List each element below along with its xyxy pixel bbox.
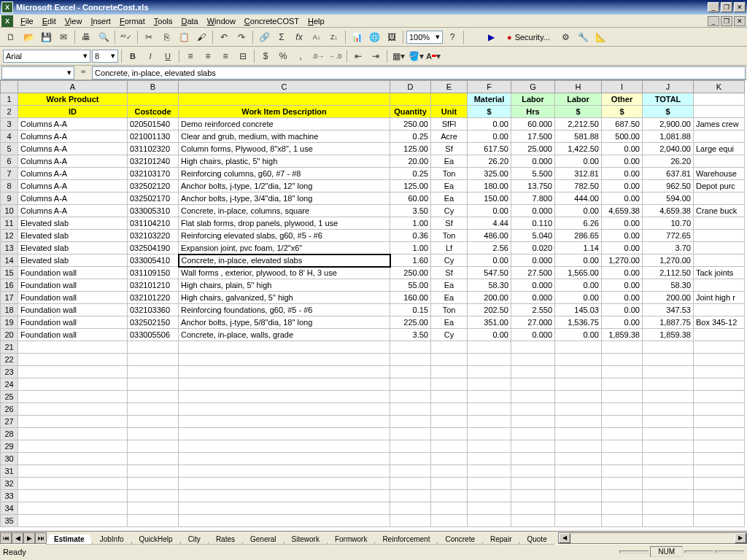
row-header[interactable]: 23 — [1, 366, 18, 378]
cell[interactable] — [18, 428, 128, 440]
print-preview-button[interactable]: 🔍 — [96, 29, 112, 45]
cell[interactable]: Elevated slab — [18, 217, 128, 230]
cell[interactable]: 27.000 — [511, 316, 555, 329]
cell[interactable] — [468, 416, 511, 428]
row-header[interactable]: 27 — [1, 416, 18, 428]
cell[interactable] — [511, 453, 555, 465]
cell[interactable] — [694, 354, 745, 366]
cell[interactable]: 160.00 — [390, 292, 431, 304]
cell[interactable] — [694, 131, 745, 143]
cell[interactable] — [128, 440, 179, 453]
cell[interactable]: 031102320 — [128, 143, 179, 155]
cell[interactable]: 486.00 — [468, 230, 511, 242]
cell[interactable] — [694, 254, 745, 267]
cell[interactable]: 032103360 — [128, 304, 179, 316]
cell[interactable]: 1.00 — [390, 217, 431, 230]
cell[interactable]: 1,565.00 — [555, 267, 602, 279]
cell[interactable]: 250.00 — [390, 118, 431, 131]
cell[interactable] — [468, 490, 511, 502]
row-header[interactable]: 35 — [1, 515, 18, 527]
cell[interactable] — [468, 378, 511, 391]
cell[interactable] — [643, 515, 694, 527]
row-header[interactable]: 8 — [1, 180, 18, 192]
sheet-tab-sitework[interactable]: Sitework — [284, 534, 328, 545]
cell[interactable] — [643, 366, 694, 378]
cell[interactable] — [555, 515, 602, 527]
cell[interactable]: $ — [555, 106, 602, 118]
sheet-tab-jobinfo[interactable]: JobInfo — [92, 534, 132, 545]
cell[interactable]: 1,422.50 — [555, 143, 602, 155]
cell[interactable]: 0.000 — [511, 254, 555, 267]
cell[interactable] — [555, 502, 602, 515]
cell[interactable] — [390, 478, 431, 490]
cell[interactable] — [694, 106, 745, 118]
horizontal-scrollbar[interactable]: ◀▶ — [558, 532, 747, 544]
row-header[interactable]: 19 — [1, 316, 18, 329]
cell[interactable] — [468, 453, 511, 465]
cell[interactable] — [431, 378, 468, 391]
column-header-D[interactable]: D — [390, 81, 431, 93]
cell[interactable]: 581.88 — [555, 131, 602, 143]
cell[interactable]: 0.15 — [390, 304, 431, 316]
cell[interactable] — [431, 502, 468, 515]
row-header[interactable]: 30 — [1, 453, 18, 465]
cell[interactable]: Clear and grub, medium, with machine — [179, 131, 390, 143]
cell[interactable] — [511, 403, 555, 416]
cell[interactable]: 4,659.38 — [602, 205, 643, 217]
column-header-E[interactable]: E — [431, 81, 468, 93]
function-button[interactable]: fx — [291, 29, 307, 45]
cell[interactable] — [431, 515, 468, 527]
cell[interactable] — [602, 366, 643, 378]
cell[interactable]: 594.00 — [643, 192, 694, 205]
cell[interactable]: Lf — [431, 242, 468, 254]
menu-format[interactable]: Format — [115, 17, 150, 26]
row-header[interactable]: 1 — [1, 93, 18, 106]
cell[interactable]: 0.00 — [468, 329, 511, 341]
cell[interactable]: 286.65 — [555, 230, 602, 242]
print-button[interactable]: 🖶 — [78, 29, 94, 45]
row-header[interactable]: 29 — [1, 440, 18, 453]
cell[interactable] — [128, 478, 179, 490]
cell[interactable]: Foundation wall — [18, 304, 128, 316]
cut-button[interactable]: ✂ — [141, 29, 157, 45]
borders-button[interactable]: ▦▾ — [390, 48, 406, 64]
column-header-B[interactable]: B — [128, 81, 179, 93]
cell[interactable]: 0.00 — [602, 267, 643, 279]
row-header[interactable]: 17 — [1, 292, 18, 304]
cell[interactable] — [390, 93, 431, 106]
cell[interactable]: $ — [643, 106, 694, 118]
cell[interactable]: 0.00 — [468, 254, 511, 267]
cell[interactable]: 25.000 — [511, 143, 555, 155]
cell[interactable]: 444.00 — [555, 192, 602, 205]
cell[interactable]: Concrete, in-place, elevated slabs — [179, 254, 390, 267]
cell[interactable]: Costcode — [128, 106, 179, 118]
cell[interactable] — [511, 354, 555, 366]
cell[interactable]: 13.750 — [511, 180, 555, 192]
format-painter-button[interactable]: 🖌 — [193, 29, 209, 45]
hyperlink-button[interactable]: 🔗 — [256, 29, 272, 45]
bold-button[interactable]: B — [125, 48, 141, 64]
cell[interactable]: 547.50 — [468, 267, 511, 279]
cell[interactable] — [643, 478, 694, 490]
row-header[interactable]: 3 — [1, 118, 18, 131]
cell[interactable] — [694, 502, 745, 515]
row-header[interactable]: 25 — [1, 391, 18, 403]
cell[interactable]: 312.81 — [555, 168, 602, 180]
cell[interactable]: 150.00 — [468, 192, 511, 205]
redo-button[interactable]: ↷ — [233, 29, 249, 45]
cell[interactable] — [694, 440, 745, 453]
cell[interactable] — [179, 428, 390, 440]
cell[interactable] — [468, 366, 511, 378]
underline-button[interactable]: U — [160, 48, 176, 64]
cell[interactable] — [390, 341, 431, 354]
cell[interactable]: Ea — [431, 180, 468, 192]
cell[interactable]: Columns A-A — [18, 192, 128, 205]
increase-decimal-button[interactable]: .0→ — [310, 48, 326, 64]
cell[interactable] — [390, 440, 431, 453]
cell[interactable] — [18, 366, 128, 378]
cell[interactable]: 033005310 — [128, 205, 179, 217]
cell[interactable]: 2,040.00 — [643, 143, 694, 155]
cell[interactable]: Foundation wall — [18, 292, 128, 304]
cell[interactable] — [694, 490, 745, 502]
cell[interactable] — [694, 341, 745, 354]
